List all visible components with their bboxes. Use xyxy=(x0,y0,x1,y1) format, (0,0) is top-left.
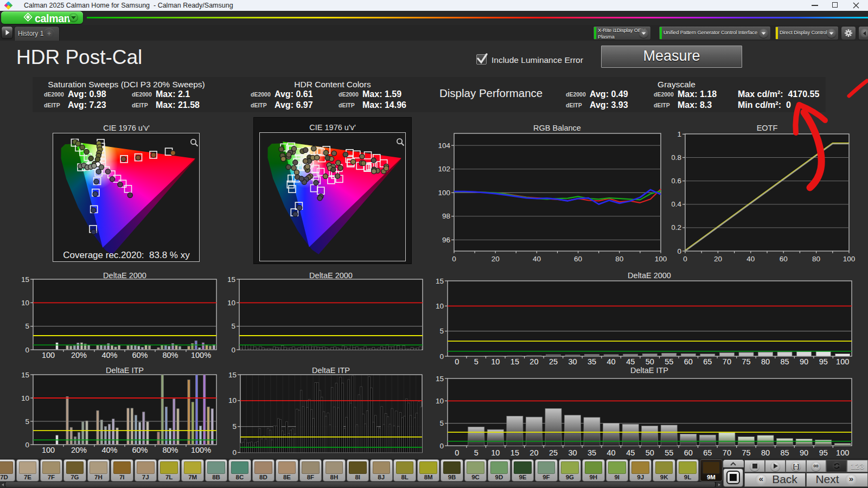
svg-text:60: 60 xyxy=(574,255,582,263)
svg-text:40%: 40% xyxy=(101,351,117,359)
svg-text:20: 20 xyxy=(492,255,500,263)
svg-text:15: 15 xyxy=(228,275,235,284)
svg-text:100: 100 xyxy=(655,255,667,263)
svg-text:100: 100 xyxy=(42,351,55,359)
svg-text:80: 80 xyxy=(812,255,820,263)
svg-text:20: 20 xyxy=(714,255,722,263)
svg-text:40: 40 xyxy=(607,448,616,457)
svg-text:45: 45 xyxy=(626,448,635,457)
svg-text:10: 10 xyxy=(436,397,444,405)
svg-text:0: 0 xyxy=(455,448,459,457)
svg-text:100: 100 xyxy=(42,446,55,454)
svg-text:10: 10 xyxy=(228,396,237,404)
svg-text:55: 55 xyxy=(665,448,673,457)
svg-text:5: 5 xyxy=(474,448,478,457)
svg-text:15: 15 xyxy=(436,277,444,285)
svg-text:20%: 20% xyxy=(71,446,87,454)
svg-text:60%: 60% xyxy=(132,351,148,359)
svg-text:104: 104 xyxy=(438,142,450,150)
svg-text:50: 50 xyxy=(646,448,654,457)
svg-text:80%: 80% xyxy=(162,446,178,454)
svg-text:30: 30 xyxy=(568,448,577,457)
svg-text:25: 25 xyxy=(549,448,558,457)
svg-text:0: 0 xyxy=(677,247,681,255)
svg-text:15: 15 xyxy=(22,371,29,379)
svg-text:5: 5 xyxy=(232,422,237,431)
svg-text:10: 10 xyxy=(22,394,29,402)
svg-text:0.4: 0.4 xyxy=(672,200,681,208)
svg-text:80: 80 xyxy=(761,448,770,457)
svg-text:90: 90 xyxy=(800,448,808,457)
svg-text:70: 70 xyxy=(723,448,731,457)
svg-text:0: 0 xyxy=(25,441,29,449)
svg-text:10: 10 xyxy=(22,299,29,307)
svg-text:15: 15 xyxy=(22,275,29,284)
svg-text:100: 100 xyxy=(438,189,450,197)
svg-text:85: 85 xyxy=(780,448,789,457)
svg-text:5: 5 xyxy=(25,322,29,330)
svg-text:5: 5 xyxy=(439,419,444,427)
svg-text:10: 10 xyxy=(228,299,235,307)
svg-text:20%: 20% xyxy=(71,351,87,359)
svg-text:100%: 100% xyxy=(191,351,211,359)
svg-text:0: 0 xyxy=(683,255,687,263)
svg-text:40%: 40% xyxy=(101,446,117,454)
svg-text:80: 80 xyxy=(615,255,623,263)
svg-text:60: 60 xyxy=(684,448,693,457)
svg-text:0.2: 0.2 xyxy=(672,223,681,232)
svg-text:20: 20 xyxy=(529,448,538,457)
svg-text:0.8: 0.8 xyxy=(672,153,681,162)
svg-text:5: 5 xyxy=(231,322,235,330)
svg-text:40: 40 xyxy=(746,255,755,263)
svg-text:40: 40 xyxy=(533,255,541,263)
svg-text:96: 96 xyxy=(442,236,450,244)
svg-text:1: 1 xyxy=(677,130,681,138)
svg-text:15: 15 xyxy=(436,375,444,383)
svg-text:35: 35 xyxy=(588,448,596,457)
svg-text:5: 5 xyxy=(439,327,444,335)
svg-text:80%: 80% xyxy=(162,351,178,359)
svg-text:102: 102 xyxy=(438,165,450,173)
svg-text:100%: 100% xyxy=(191,446,211,454)
svg-text:10: 10 xyxy=(491,448,500,457)
svg-text:10: 10 xyxy=(436,302,444,310)
svg-text:0: 0 xyxy=(439,442,444,450)
svg-text:15: 15 xyxy=(510,448,519,457)
svg-text:0.6: 0.6 xyxy=(672,177,681,185)
svg-text:0: 0 xyxy=(232,448,237,457)
svg-text:0: 0 xyxy=(25,346,29,354)
svg-text:15: 15 xyxy=(228,371,237,379)
svg-text:0: 0 xyxy=(452,255,456,263)
svg-text:95: 95 xyxy=(819,448,828,457)
svg-text:60: 60 xyxy=(780,255,788,263)
svg-text:75: 75 xyxy=(742,448,750,457)
svg-text:5: 5 xyxy=(25,418,29,426)
svg-text:65: 65 xyxy=(703,448,712,457)
svg-text:100: 100 xyxy=(836,448,849,457)
svg-text:98: 98 xyxy=(442,212,450,220)
svg-text:0: 0 xyxy=(439,352,444,361)
svg-text:60%: 60% xyxy=(132,446,148,454)
svg-text:100: 100 xyxy=(843,255,856,263)
svg-text:0: 0 xyxy=(231,346,235,354)
